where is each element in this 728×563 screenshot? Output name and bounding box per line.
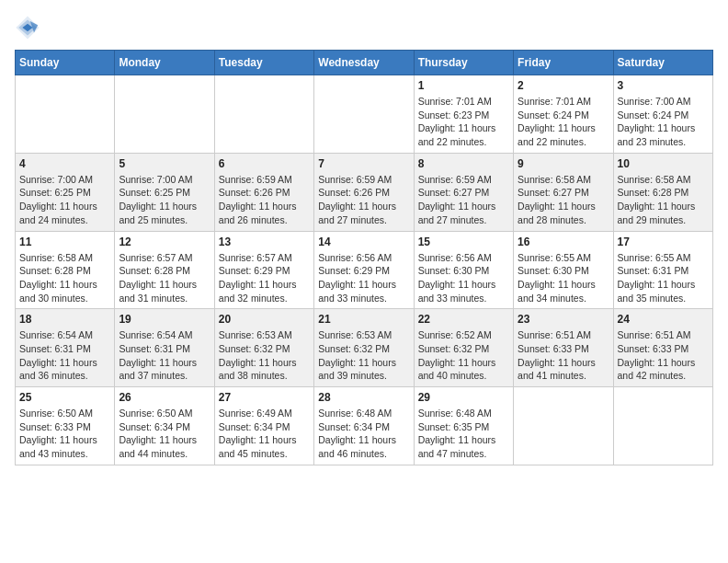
calendar-header-row: SundayMondayTuesdayWednesdayThursdayFrid… (16, 51, 713, 75)
calendar-day-21: 21Sunrise: 6:53 AMSunset: 6:32 PMDayligh… (314, 309, 414, 387)
calendar-day-10: 10Sunrise: 6:58 AMSunset: 6:28 PMDayligh… (613, 153, 712, 231)
calendar-day-4: 4Sunrise: 7:00 AMSunset: 6:25 PMDaylight… (16, 153, 115, 231)
calendar-empty-cell (214, 75, 313, 154)
day-info: Sunrise: 6:59 AMSunset: 6:27 PMDaylight:… (418, 173, 509, 227)
calendar-day-16: 16Sunrise: 6:55 AMSunset: 6:30 PMDayligh… (514, 231, 613, 309)
calendar-day-13: 13Sunrise: 6:57 AMSunset: 6:29 PMDayligh… (214, 231, 313, 309)
day-number: 17 (618, 236, 709, 248)
day-info: Sunrise: 6:54 AMSunset: 6:31 PMDaylight:… (119, 328, 210, 383)
day-info: Sunrise: 6:53 AMSunset: 6:32 PMDaylight:… (219, 328, 310, 383)
day-number: 12 (119, 236, 210, 248)
day-number: 15 (418, 236, 509, 248)
day-number: 10 (618, 157, 709, 170)
day-number: 16 (518, 236, 609, 248)
calendar-day-22: 22Sunrise: 6:52 AMSunset: 6:32 PMDayligh… (414, 309, 513, 387)
day-number: 24 (618, 313, 709, 326)
calendar-day-2: 2Sunrise: 7:01 AMSunset: 6:24 PMDaylight… (514, 75, 613, 154)
day-info: Sunrise: 6:54 AMSunset: 6:31 PMDaylight:… (19, 328, 110, 383)
calendar-day-26: 26Sunrise: 6:50 AMSunset: 6:34 PMDayligh… (115, 387, 214, 465)
calendar-empty-cell (16, 75, 115, 154)
day-number: 26 (119, 391, 210, 404)
calendar-table: SundayMondayTuesdayWednesdayThursdayFrid… (15, 50, 713, 465)
day-number: 1 (418, 79, 509, 92)
day-info: Sunrise: 6:57 AMSunset: 6:28 PMDaylight:… (119, 251, 210, 305)
day-number: 21 (318, 313, 409, 326)
logo (15, 15, 44, 40)
calendar-day-12: 12Sunrise: 6:57 AMSunset: 6:28 PMDayligh… (115, 231, 214, 309)
calendar-day-24: 24Sunrise: 6:51 AMSunset: 6:33 PMDayligh… (613, 309, 712, 387)
day-number: 9 (518, 157, 609, 170)
day-number: 22 (418, 313, 509, 326)
calendar-day-1: 1Sunrise: 7:01 AMSunset: 6:23 PMDaylight… (414, 75, 513, 154)
calendar-day-5: 5Sunrise: 7:00 AMSunset: 6:25 PMDaylight… (115, 153, 214, 231)
day-info: Sunrise: 6:58 AMSunset: 6:28 PMDaylight:… (618, 173, 709, 227)
day-number: 6 (219, 157, 310, 170)
calendar-week-row: 25Sunrise: 6:50 AMSunset: 6:33 PMDayligh… (16, 387, 713, 465)
calendar-day-23: 23Sunrise: 6:51 AMSunset: 6:33 PMDayligh… (514, 309, 613, 387)
day-info: Sunrise: 6:55 AMSunset: 6:30 PMDaylight:… (518, 251, 609, 305)
day-info: Sunrise: 6:50 AMSunset: 6:34 PMDaylight:… (119, 407, 210, 461)
weekday-header-thursday: Thursday (414, 51, 513, 75)
day-info: Sunrise: 6:48 AMSunset: 6:35 PMDaylight:… (418, 407, 509, 461)
calendar-day-6: 6Sunrise: 6:59 AMSunset: 6:26 PMDaylight… (214, 153, 313, 231)
day-number: 4 (19, 157, 110, 170)
day-number: 28 (318, 391, 409, 404)
logo-icon (15, 15, 40, 40)
day-number: 2 (518, 79, 609, 92)
day-info: Sunrise: 6:58 AMSunset: 6:28 PMDaylight:… (19, 251, 110, 305)
calendar-empty-cell (613, 387, 712, 465)
day-info: Sunrise: 7:01 AMSunset: 6:23 PMDaylight:… (418, 95, 509, 149)
day-number: 5 (119, 157, 210, 170)
weekday-header-wednesday: Wednesday (314, 51, 414, 75)
calendar-day-29: 29Sunrise: 6:48 AMSunset: 6:35 PMDayligh… (414, 387, 513, 465)
day-info: Sunrise: 6:58 AMSunset: 6:27 PMDaylight:… (518, 173, 609, 227)
day-number: 13 (219, 236, 310, 248)
day-number: 20 (219, 313, 310, 326)
calendar-day-8: 8Sunrise: 6:59 AMSunset: 6:27 PMDaylight… (414, 153, 513, 231)
weekday-header-monday: Monday (115, 51, 214, 75)
day-info: Sunrise: 7:00 AMSunset: 6:25 PMDaylight:… (19, 173, 110, 227)
calendar-week-row: 1Sunrise: 7:01 AMSunset: 6:23 PMDaylight… (16, 75, 713, 154)
weekday-header-friday: Friday (514, 51, 613, 75)
weekday-header-saturday: Saturday (613, 51, 712, 75)
calendar-day-25: 25Sunrise: 6:50 AMSunset: 6:33 PMDayligh… (16, 387, 115, 465)
calendar-week-row: 11Sunrise: 6:58 AMSunset: 6:28 PMDayligh… (16, 231, 713, 309)
calendar-day-3: 3Sunrise: 7:00 AMSunset: 6:24 PMDaylight… (613, 75, 712, 154)
page-header (15, 15, 713, 40)
day-number: 11 (19, 236, 110, 248)
day-info: Sunrise: 6:56 AMSunset: 6:29 PMDaylight:… (318, 251, 409, 305)
calendar-empty-cell (514, 387, 613, 465)
day-info: Sunrise: 6:57 AMSunset: 6:29 PMDaylight:… (219, 251, 310, 305)
weekday-header-sunday: Sunday (16, 51, 115, 75)
day-number: 3 (618, 79, 709, 92)
calendar-empty-cell (314, 75, 414, 154)
day-info: Sunrise: 6:48 AMSunset: 6:34 PMDaylight:… (318, 407, 409, 461)
calendar-day-20: 20Sunrise: 6:53 AMSunset: 6:32 PMDayligh… (214, 309, 313, 387)
day-number: 18 (19, 313, 110, 326)
day-number: 14 (318, 236, 409, 248)
calendar-day-11: 11Sunrise: 6:58 AMSunset: 6:28 PMDayligh… (16, 231, 115, 309)
calendar-week-row: 18Sunrise: 6:54 AMSunset: 6:31 PMDayligh… (16, 309, 713, 387)
day-number: 23 (518, 313, 609, 326)
calendar-day-28: 28Sunrise: 6:48 AMSunset: 6:34 PMDayligh… (314, 387, 414, 465)
day-info: Sunrise: 7:01 AMSunset: 6:24 PMDaylight:… (518, 95, 609, 149)
day-info: Sunrise: 7:00 AMSunset: 6:25 PMDaylight:… (119, 173, 210, 227)
day-info: Sunrise: 6:52 AMSunset: 6:32 PMDaylight:… (418, 328, 509, 383)
day-info: Sunrise: 6:53 AMSunset: 6:32 PMDaylight:… (318, 328, 409, 383)
day-info: Sunrise: 6:59 AMSunset: 6:26 PMDaylight:… (219, 173, 310, 227)
day-info: Sunrise: 7:00 AMSunset: 6:24 PMDaylight:… (618, 95, 709, 149)
day-info: Sunrise: 6:55 AMSunset: 6:31 PMDaylight:… (618, 251, 709, 305)
day-info: Sunrise: 6:51 AMSunset: 6:33 PMDaylight:… (618, 328, 709, 383)
day-number: 29 (418, 391, 509, 404)
calendar-day-9: 9Sunrise: 6:58 AMSunset: 6:27 PMDaylight… (514, 153, 613, 231)
calendar-empty-cell (115, 75, 214, 154)
day-number: 7 (318, 157, 409, 170)
calendar-day-17: 17Sunrise: 6:55 AMSunset: 6:31 PMDayligh… (613, 231, 712, 309)
day-number: 27 (219, 391, 310, 404)
day-info: Sunrise: 6:50 AMSunset: 6:33 PMDaylight:… (19, 407, 110, 461)
calendar-day-18: 18Sunrise: 6:54 AMSunset: 6:31 PMDayligh… (16, 309, 115, 387)
day-number: 25 (19, 391, 110, 404)
calendar-day-15: 15Sunrise: 6:56 AMSunset: 6:30 PMDayligh… (414, 231, 513, 309)
day-info: Sunrise: 6:56 AMSunset: 6:30 PMDaylight:… (418, 251, 509, 305)
day-number: 8 (418, 157, 509, 170)
